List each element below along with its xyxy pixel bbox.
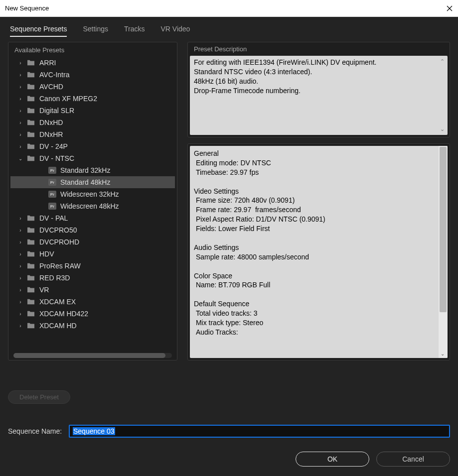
main-area: Available Presets ›ARRI›AVC-Intra›AVCHD›… [8,42,450,360]
preset-icon: Pr [48,191,56,198]
dialog-body: Sequence Presets Settings Tracks VR Vide… [0,17,458,476]
folder-icon [26,71,35,78]
folder-icon [26,274,35,281]
chevron-right-icon[interactable]: › [17,311,23,317]
chevron-right-icon[interactable]: › [17,108,23,114]
preset-folder[interactable]: ›DVCPRO50 [10,224,175,236]
preset-folder[interactable]: ›DNxHD [10,117,175,128]
preset-item[interactable]: PrWidescreen 32kHz [10,188,175,200]
chevron-right-icon[interactable]: › [17,216,23,221]
chevron-down-icon[interactable]: ⌄ [441,351,445,357]
tree-label: DVCPROHD [39,238,79,246]
chevron-right-icon[interactable]: › [17,239,23,245]
preset-icon: Pr [48,179,56,186]
preset-folder[interactable]: ›XDCAM HD422 [10,308,175,320]
desc-line: Drop-Frame Timecode numbering. [194,86,444,96]
delete-preset-row: Delete Preset [8,390,450,404]
preset-details-text: General Editing mode: DV NTSC Timebase: … [190,146,439,358]
tree-label: AVCHD [39,83,63,91]
folder-icon [26,83,35,90]
chevron-right-icon[interactable]: › [17,251,23,257]
folder-icon [26,59,35,66]
folder-icon [26,155,35,162]
chevron-right-icon[interactable]: › [17,120,23,125]
preset-folder[interactable]: ›Digital SLR [10,105,175,117]
cancel-button[interactable]: Cancel [376,452,450,467]
preset-folder[interactable]: ›DVCPROHD [10,236,175,248]
preset-folder[interactable]: ›HDV [10,248,175,260]
folder-icon [26,322,35,329]
chevron-right-icon[interactable]: › [17,72,23,78]
tree-label: RED R3D [39,274,70,282]
chevron-right-icon[interactable]: › [17,144,23,149]
preset-folder[interactable]: ›Canon XF MPEG2 [10,93,175,105]
tab-settings[interactable]: Settings [83,25,108,37]
folder-icon [26,310,35,317]
preset-details-box: General Editing mode: DV NTSC Timebase: … [190,146,448,358]
chevron-right-icon[interactable]: › [17,96,23,102]
sequence-name-input[interactable]: Sequence 03 [69,425,450,438]
preset-folder[interactable]: ⌄DV - NTSC [10,152,175,164]
preset-folder[interactable]: ›XDCAM HD [10,320,175,332]
close-icon[interactable] [446,5,453,12]
tree-label: Widescreen 48kHz [60,202,119,210]
tree-label: AVC-Intra [39,71,69,79]
chevron-right-icon[interactable]: › [17,323,23,329]
preset-tree[interactable]: ›ARRI›AVC-Intra›AVCHD›Canon XF MPEG2›Dig… [10,57,175,352]
chevron-right-icon[interactable]: › [17,60,23,66]
tree-label: ARRI [39,59,56,67]
chevron-down-icon[interactable]: ⌄ [17,156,23,161]
preset-folder[interactable]: ›ARRI [10,57,175,69]
chevron-right-icon[interactable]: › [17,287,23,293]
chevron-right-icon[interactable]: › [17,263,23,269]
folder-icon [26,215,35,222]
chevron-right-icon[interactable]: › [17,299,23,305]
preset-folder[interactable]: ›DV - 24P [10,140,175,152]
preset-folder[interactable]: ›DNxHR [10,128,175,140]
tree-label: DNxHD [39,119,63,126]
folder-icon [26,250,35,257]
preset-folder[interactable]: ›ProRes RAW [10,260,175,272]
window-title: New Sequence [5,4,446,12]
chevron-right-icon[interactable]: › [17,275,23,281]
scrollbar-thumb[interactable] [440,147,447,312]
tab-tracks[interactable]: Tracks [124,25,145,37]
preset-folder[interactable]: ›AVC-Intra [10,69,175,81]
desc-line: Standard NTSC video (4:3 interlaced). [194,67,444,77]
chevron-down-icon[interactable]: ⌄ [440,125,445,133]
preset-folder[interactable]: ›XDCAM EX [10,296,175,308]
right-column: Preset Description ⌃ For editing with IE… [187,42,450,360]
folder-icon [26,119,35,126]
tree-label: Standard 48kHz [60,178,110,186]
chevron-up-icon[interactable]: ⌃ [440,58,445,65]
available-presets-panel: Available Presets ›ARRI›AVC-Intra›AVCHD›… [8,42,177,360]
preset-folder[interactable]: ›DV - PAL [10,212,175,224]
preset-item[interactable]: PrWidescreen 48kHz [10,200,175,212]
folder-icon [26,131,35,138]
preset-description-panel: Preset Description ⌃ For editing with IE… [187,42,450,137]
preset-folder[interactable]: ›RED R3D [10,272,175,284]
tab-sequence-presets[interactable]: Sequence Presets [10,25,67,37]
desc-line: 48kHz (16 bit) audio. [194,77,444,86]
sequence-name-row: Sequence Name: Sequence 03 [8,425,450,438]
details-scrollbar[interactable]: ⌃ ⌄ [439,146,448,358]
ok-button[interactable]: OK [296,452,369,467]
preset-item[interactable]: PrStandard 32kHz [10,164,175,176]
preset-icon: Pr [48,203,56,210]
titlebar: New Sequence [0,0,458,17]
tree-label: ProRes RAW [39,262,81,270]
folder-icon [26,286,35,293]
preset-folder[interactable]: ›VR [10,284,175,296]
folder-icon [26,107,35,114]
tab-vr-video[interactable]: VR Video [160,25,190,37]
tree-label: Canon XF MPEG2 [39,95,97,103]
tab-bar: Sequence Presets Settings Tracks VR Vide… [8,25,450,42]
chevron-right-icon[interactable]: › [17,228,23,233]
tree-label: XDCAM EX [39,298,76,306]
chevron-right-icon[interactable]: › [17,84,23,90]
delete-preset-button: Delete Preset [8,390,70,404]
chevron-right-icon[interactable]: › [17,132,23,137]
tree-horizontal-scrollbar[interactable] [13,353,172,358]
preset-item[interactable]: PrStandard 48kHz [10,176,175,188]
preset-folder[interactable]: ›AVCHD [10,81,175,93]
